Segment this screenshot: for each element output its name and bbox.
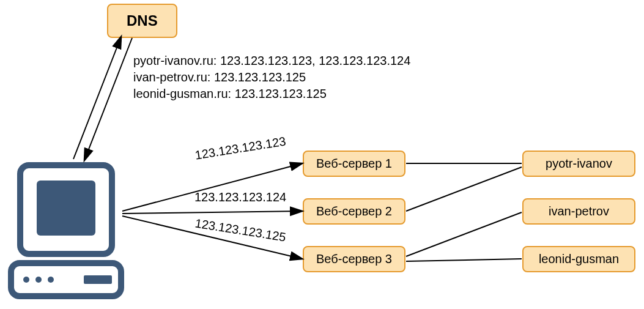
dns-node: DNS [107, 4, 177, 38]
computer-icon [3, 159, 125, 306]
webserver-2: Веб-сервер 2 [303, 198, 405, 225]
svg-line-14 [406, 212, 522, 256]
site-label: leonid-gusman [539, 252, 619, 266]
edge-ip-1: 123.123.123.123 [194, 134, 287, 162]
site-label: pyotr-ivanov [546, 157, 612, 171]
svg-point-4 [35, 277, 42, 283]
dns-record: pyotr-ivanov.ru: 123.123.123.123, 123.12… [133, 54, 410, 68]
svg-line-15 [406, 259, 522, 261]
site-leonid-gusman: leonid-gusman [522, 246, 635, 272]
webserver-1: Веб-сервер 1 [303, 151, 405, 177]
server-label: Веб-сервер 2 [316, 204, 392, 218]
site-pyotr-ivanov: pyotr-ivanov [522, 151, 635, 177]
dns-record: leonid-gusman.ru: 123.123.123.125 [133, 87, 410, 101]
svg-rect-1 [37, 181, 95, 236]
server-label: Веб-сервер 1 [316, 157, 392, 171]
dns-label: DNS [127, 12, 158, 29]
site-label: ivan-petrov [549, 204, 609, 218]
edge-ip-3: 123.123.123.125 [194, 216, 287, 244]
site-ivan-petrov: ivan-petrov [522, 198, 635, 225]
svg-point-5 [48, 277, 54, 283]
dns-records: pyotr-ivanov.ru: 123.123.123.123, 123.12… [133, 54, 410, 103]
svg-point-3 [23, 277, 29, 283]
server-label: Веб-сервер 3 [316, 252, 392, 266]
svg-line-10 [122, 211, 302, 214]
webserver-3: Веб-сервер 3 [303, 246, 405, 272]
svg-line-8 [84, 38, 132, 160]
edge-ip-2: 123.123.123.124 [194, 190, 286, 204]
dns-record: ivan-petrov.ru: 123.123.123.125 [133, 70, 410, 84]
svg-line-7 [73, 37, 121, 159]
svg-line-13 [406, 167, 522, 211]
svg-rect-6 [84, 275, 112, 284]
